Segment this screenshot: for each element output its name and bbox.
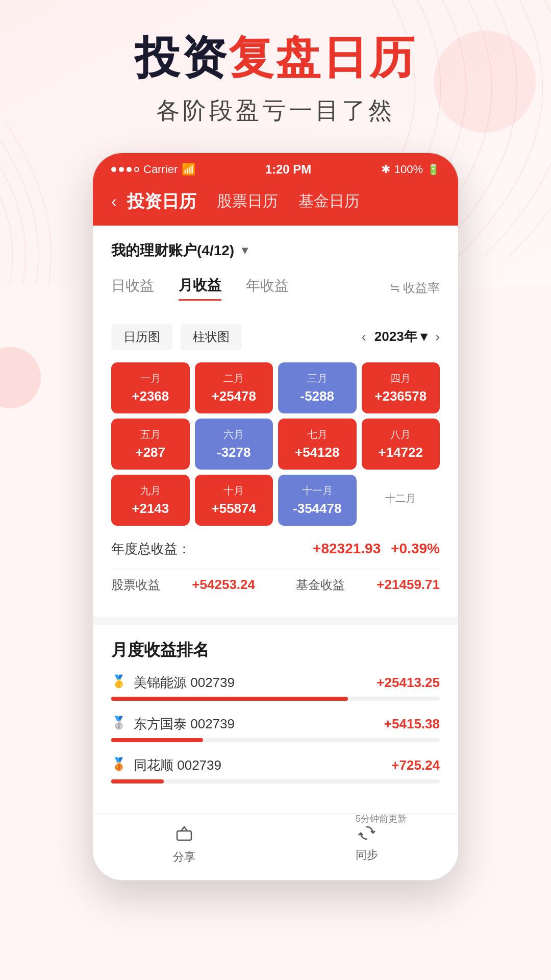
hero-subtitle: 各阶段盈亏一目了然 <box>0 95 551 127</box>
rank-bar-fill-0 <box>111 697 348 701</box>
next-year-btn[interactable]: › <box>435 329 440 345</box>
tab-yearly[interactable]: 年收益 <box>246 276 289 300</box>
cal-cell-11[interactable]: 十二月 <box>362 475 440 526</box>
period-tabs: 日收益 月收益 年收益 ≒ 收益率 <box>111 276 440 309</box>
annual-summary: 年度总收益： +82321.93 +0.39% <box>111 540 440 558</box>
rank-bar-fill-2 <box>111 779 164 783</box>
account-label: 我的理财账户(4/12) <box>111 241 234 260</box>
cal-cell-1[interactable]: 二月+25478 <box>195 362 273 413</box>
annual-amount: +82321.93 <box>313 541 381 557</box>
bluetooth-icon: ✱ <box>381 163 390 176</box>
status-time: 1:20 PM <box>265 162 312 177</box>
prev-year-btn[interactable]: ‹ <box>362 329 366 345</box>
calendar-grid: 一月+2368二月+25478三月-5288四月+236578五月+287六月-… <box>111 362 440 526</box>
earnings-row: 股票收益 +54253.24 基金收益 +21459.71 <box>111 568 440 601</box>
rank-bar-bg-2 <box>111 779 440 783</box>
dot3 <box>127 167 132 172</box>
view-switcher: 日历图 柱状图 ‹ 2023年 ▾ › <box>111 324 440 350</box>
rank-value-0: +25413.25 <box>377 675 440 691</box>
cal-cell-2[interactable]: 三月-5288 <box>278 362 357 413</box>
hero-title-red: 复盘日历 <box>229 32 416 83</box>
sync-label: 同步 <box>356 847 378 863</box>
sync-icon <box>358 824 376 842</box>
nav-bar: ‹ 投资日历 股票日历 基金日历 <box>93 182 458 226</box>
hero-title-black: 投资 <box>135 32 229 83</box>
share-icon <box>175 824 193 846</box>
stock-earnings-label: 股票收益 <box>111 577 160 593</box>
wifi-icon: 📶 <box>182 163 195 176</box>
hero-title: 投资复盘日历 <box>0 31 551 85</box>
cal-cell-8[interactable]: 九月+2143 <box>111 475 190 526</box>
ranking-item-0: 🥇 美锦能源 002739 +25413.25 <box>111 674 440 701</box>
cal-cell-7[interactable]: 八月+14722 <box>362 419 440 470</box>
ranking-title: 月度收益排名 <box>111 639 440 662</box>
yield-rate-icon: ≒ <box>390 281 400 295</box>
bottom-bar: 分享 5分钟前更新 同步 <box>93 813 458 880</box>
svg-rect-1 <box>177 831 191 840</box>
ranking-item-header-2: 🥉 同花顺 002739 +725.24 <box>111 756 440 774</box>
cal-cell-4[interactable]: 五月+287 <box>111 419 190 470</box>
sync-icon-wrapper: 5分钟前更新 <box>358 824 376 844</box>
rank-bar-bg-1 <box>111 738 440 742</box>
cal-cell-0[interactable]: 一月+2368 <box>111 362 190 413</box>
battery-icon: 🔋 <box>427 163 440 176</box>
sync-badge: 5分钟前更新 <box>356 813 407 825</box>
nav-tab-fund[interactable]: 基金日历 <box>298 191 360 212</box>
cal-cell-3[interactable]: 四月+236578 <box>362 362 440 413</box>
year-nav: ‹ 2023年 ▾ › <box>362 328 440 346</box>
calendar-view-btn[interactable]: 日历图 <box>111 324 172 350</box>
ranking-item-1: 🥈 东方国泰 002739 +5415.38 <box>111 715 440 742</box>
tab-daily[interactable]: 日收益 <box>111 276 154 300</box>
fund-earnings-value: +21459.71 <box>377 577 440 593</box>
status-bar: Carrier 📶 1:20 PM ✱ 100% 🔋 <box>93 153 458 182</box>
account-selector[interactable]: 我的理财账户(4/12) ▼ <box>111 241 440 260</box>
tab-monthly[interactable]: 月收益 <box>179 276 221 301</box>
ranking-item-2: 🥉 同花顺 002739 +725.24 <box>111 756 440 783</box>
fund-earnings-label: 基金收益 <box>296 577 345 593</box>
sync-button[interactable]: 5分钟前更新 同步 <box>356 824 378 865</box>
rank-name-2: 同花顺 002739 <box>134 756 221 774</box>
yield-rate-label: 收益率 <box>403 280 440 296</box>
annual-label: 年度总收益： <box>111 540 191 558</box>
hero-section: 投资复盘日历 各阶段盈亏一目了然 <box>0 0 551 127</box>
cal-cell-6[interactable]: 七月+54128 <box>278 419 357 470</box>
rank-badge-1: 🥈 <box>111 716 128 732</box>
carrier-label: Carrier <box>143 163 178 176</box>
dot2 <box>119 167 124 172</box>
share-button[interactable]: 分享 <box>173 824 195 865</box>
ranking-item-header-0: 🥇 美锦能源 002739 +25413.25 <box>111 674 440 692</box>
signal-dots <box>111 167 139 172</box>
rank-badge-0: 🥇 <box>111 674 128 691</box>
rank-value-1: +5415.38 <box>384 716 440 732</box>
cal-cell-10[interactable]: 十一月-354478 <box>278 475 357 526</box>
annual-rate: +0.39% <box>391 541 440 557</box>
phone-wrapper: Carrier 📶 1:20 PM ✱ 100% 🔋 ‹ 投资日历 股票日历 基… <box>0 152 551 881</box>
rank-name-0: 美锦能源 002739 <box>134 674 235 692</box>
dot4 <box>134 167 139 172</box>
main-content: 我的理财账户(4/12) ▼ 日收益 月收益 年收益 ≒ 收益率 日历图 柱状图… <box>93 226 458 617</box>
stock-earnings-value: +54253.24 <box>192 577 255 593</box>
rank-value-2: +725.24 <box>391 757 440 773</box>
status-left: Carrier 📶 <box>111 163 195 176</box>
cal-cell-9[interactable]: 十月+55874 <box>195 475 273 526</box>
nav-title: 投资日历 <box>127 190 196 213</box>
section-divider <box>92 617 459 625</box>
rank-bar-bg-0 <box>111 697 440 701</box>
ranking-section: 月度收益排名 🥇 美锦能源 002739 +25413.25 🥈 东方国泰 00… <box>93 625 458 813</box>
status-right: ✱ 100% 🔋 <box>381 163 440 176</box>
battery-label: 100% <box>394 163 423 176</box>
share-label: 分享 <box>173 849 195 865</box>
phone-frame: Carrier 📶 1:20 PM ✱ 100% 🔋 ‹ 投资日历 股票日历 基… <box>92 152 459 881</box>
nav-tab-stock[interactable]: 股票日历 <box>217 191 278 212</box>
cal-cell-5[interactable]: 六月-3278 <box>195 419 273 470</box>
year-label[interactable]: 2023年 ▾ <box>374 328 427 346</box>
account-dropdown-icon: ▼ <box>239 244 251 257</box>
rank-badge-2: 🥉 <box>111 757 128 773</box>
back-button[interactable]: ‹ <box>111 192 117 211</box>
annual-values: +82321.93 +0.39% <box>313 541 440 557</box>
dot1 <box>111 167 116 172</box>
ranking-item-header-1: 🥈 东方国泰 002739 +5415.38 <box>111 715 440 733</box>
yield-rate-toggle[interactable]: ≒ 收益率 <box>390 280 440 296</box>
bar-view-btn[interactable]: 柱状图 <box>181 324 242 350</box>
rank-name-1: 东方国泰 002739 <box>134 715 235 733</box>
